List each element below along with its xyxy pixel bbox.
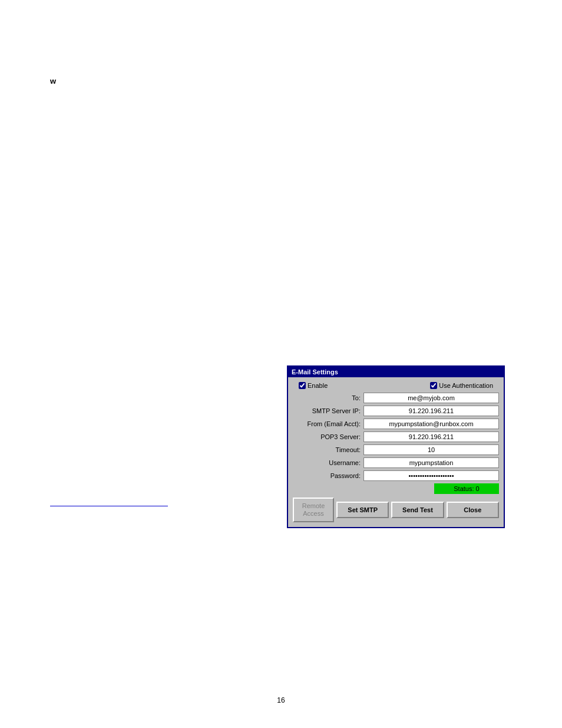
set-smtp-button[interactable]: Set SMTP xyxy=(336,502,389,518)
close-button[interactable]: Close xyxy=(447,502,499,518)
send-test-button[interactable]: Send Test xyxy=(391,502,444,518)
label-username: Username: xyxy=(293,459,363,466)
form-row-pop3: POP3 Server: xyxy=(293,431,499,442)
input-smtp-ip[interactable] xyxy=(363,406,499,416)
form-row-username: Username: xyxy=(293,457,499,468)
remote-access-button[interactable]: Remote Access xyxy=(293,498,334,522)
form-row-from: From (Email Acct): xyxy=(293,419,499,429)
label-to: To: xyxy=(293,394,363,401)
label-pop3: POP3 Server: xyxy=(293,433,363,440)
underline-link[interactable] xyxy=(50,498,168,506)
label-smtp-ip: SMTP Server IP: xyxy=(293,407,363,414)
form-row-password: Password: xyxy=(293,470,499,481)
page-number: 16 xyxy=(277,696,285,704)
enable-label: Enable xyxy=(308,382,328,389)
email-settings-dialog: E-Mail Settings Enable Use Authenticatio… xyxy=(287,365,505,528)
dialog-title: E-Mail Settings xyxy=(292,368,338,375)
status-bar: Status: 0 xyxy=(434,483,499,494)
dialog-body: Enable Use Authentication To: SMTP Serve… xyxy=(288,377,504,527)
form-row-to: To: xyxy=(293,393,499,403)
input-pop3[interactable] xyxy=(363,431,499,442)
page-content: w E-Mail Settings Enable Use Authenticat… xyxy=(0,0,562,728)
checkbox-row: Enable Use Authentication xyxy=(293,382,499,389)
button-row: Remote Access Set SMTP Send Test Close xyxy=(293,498,499,522)
form-row-timeout: Timeout: xyxy=(293,444,499,455)
label-password: Password: xyxy=(293,472,363,479)
status-text: Status: 0 xyxy=(454,485,479,492)
enable-checkbox[interactable] xyxy=(299,382,306,389)
use-auth-label: Use Authentication xyxy=(439,382,493,389)
label-timeout: Timeout: xyxy=(293,446,363,453)
input-from[interactable] xyxy=(363,419,499,429)
input-password[interactable] xyxy=(363,470,499,481)
enable-checkbox-item[interactable]: Enable xyxy=(299,382,328,389)
letter-w: w xyxy=(50,77,56,85)
label-from: From (Email Acct): xyxy=(293,420,363,427)
input-timeout[interactable] xyxy=(363,444,499,455)
input-to[interactable] xyxy=(363,393,499,403)
use-auth-checkbox-item[interactable]: Use Authentication xyxy=(430,382,493,389)
input-username[interactable] xyxy=(363,457,499,468)
use-auth-checkbox[interactable] xyxy=(430,382,437,389)
form-row-smtp-ip: SMTP Server IP: xyxy=(293,406,499,416)
dialog-titlebar: E-Mail Settings xyxy=(288,367,504,377)
